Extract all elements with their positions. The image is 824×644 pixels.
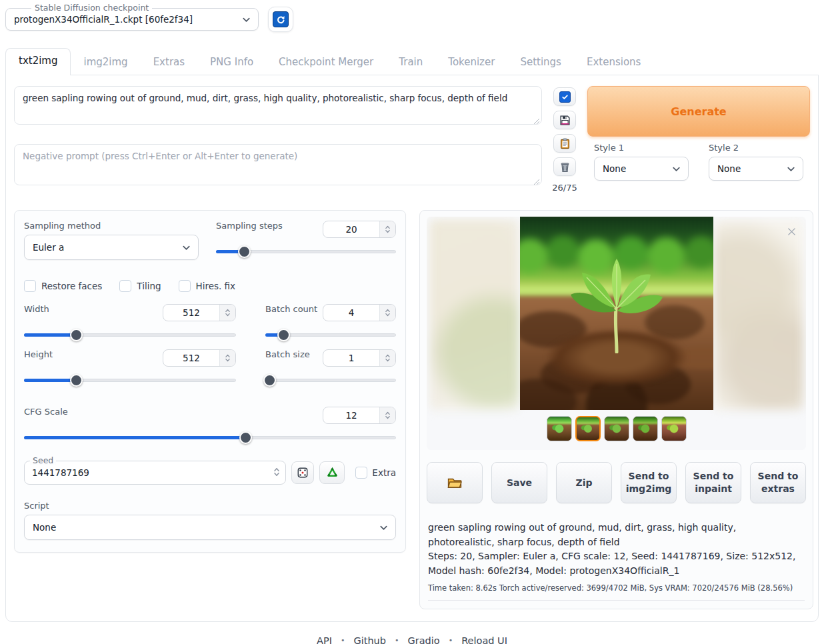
prompt-column: green sapling rowing out of ground, mud,… — [14, 86, 542, 193]
tab-extras[interactable]: Extras — [141, 50, 197, 75]
prompt-input[interactable]: green sapling rowing out of ground, mud,… — [14, 86, 542, 125]
thumbnail-4[interactable] — [633, 416, 658, 441]
sampling-method-dropdown[interactable]: Euler a — [24, 235, 199, 260]
tiling-checkbox[interactable]: Tiling — [119, 280, 161, 292]
trash-icon — [559, 161, 571, 173]
height-label: Height — [24, 349, 53, 359]
apply-style-button[interactable] — [553, 134, 576, 153]
batch-count-slider[interactable] — [265, 329, 396, 341]
tab-extensions[interactable]: Extensions — [574, 50, 653, 75]
footer-link-gradio[interactable]: Gradio — [407, 635, 439, 644]
tab-checkpoint-merger[interactable]: Checkpoint Merger — [266, 50, 386, 75]
interrogate-check-button[interactable] — [553, 87, 576, 106]
style2-label: Style 2 — [709, 143, 803, 153]
generated-image[interactable] — [520, 217, 713, 410]
negative-prompt-input[interactable] — [14, 144, 542, 185]
footer: API • Github • Gradio • Reload UI python… — [0, 635, 824, 644]
spinner-arrows[interactable] — [379, 221, 395, 237]
generation-info-time: Time taken: 8.62s Torch active/reserved:… — [428, 583, 805, 601]
width-slider[interactable] — [24, 329, 236, 341]
spinner-arrows[interactable] — [379, 305, 395, 321]
output-panel: Save Zip Send to img2img Send to inpaint… — [419, 210, 813, 609]
batch-size-label: Batch size — [265, 349, 310, 359]
footer-link-api[interactable]: API — [317, 635, 332, 644]
script-label: Script — [24, 501, 396, 511]
save-button[interactable]: Save — [491, 462, 547, 503]
style1-dropdown[interactable]: None — [594, 157, 689, 181]
chevron-down-icon — [241, 15, 251, 25]
seed-label: Seed — [30, 455, 56, 465]
main-tabs: txt2img img2img Extras PNG Info Checkpoi… — [5, 48, 824, 75]
batch-size-input[interactable]: 1 — [323, 349, 396, 367]
checkpoint-value: protogenX34OfficialR_1.ckpt [60fe2f34] — [14, 14, 241, 25]
sampling-steps-input[interactable]: 20 — [323, 221, 396, 238]
width-label: Width — [24, 304, 49, 314]
thumbnail-3[interactable] — [604, 416, 629, 441]
tab-settings[interactable]: Settings — [507, 50, 574, 75]
spinner-arrows[interactable] — [379, 407, 395, 423]
spinner-arrows[interactable] — [219, 305, 235, 321]
gallery-thumbnails — [547, 416, 687, 441]
width-input[interactable]: 512 — [163, 304, 236, 321]
checkmark-icon — [559, 91, 571, 103]
height-slider[interactable] — [24, 374, 236, 386]
thumbnail-5[interactable] — [661, 416, 687, 441]
header: Stable Diffusion checkpoint protogenX34O… — [0, 0, 824, 32]
tab-train[interactable]: Train — [386, 50, 435, 75]
dice-icon — [297, 467, 309, 479]
sd-webui-app: Stable Diffusion checkpoint protogenX34O… — [0, 0, 824, 644]
checkpoint-label: Stable Diffusion checkpoint — [31, 3, 152, 13]
cfg-scale-input[interactable]: 12 — [323, 407, 396, 424]
script-dropdown[interactable]: None — [24, 515, 396, 540]
tab-img2img[interactable]: img2img — [71, 50, 140, 75]
thumbnail-2-selected[interactable] — [575, 416, 601, 441]
save-style-button[interactable] — [553, 111, 576, 129]
tab-tokenizer[interactable]: Tokenizer — [435, 50, 507, 75]
thumbnail-1[interactable] — [547, 416, 572, 441]
height-input[interactable]: 512 — [163, 349, 236, 367]
style1-label: Style 1 — [594, 143, 689, 153]
random-seed-button[interactable] — [291, 461, 314, 484]
send-to-inpaint-button[interactable]: Send to inpaint — [685, 462, 741, 503]
sampling-steps-label: Sampling steps — [216, 221, 283, 231]
token-counter: 26/75 — [552, 183, 577, 193]
output-actions: Save Zip Send to img2img Send to inpaint… — [427, 462, 806, 503]
send-to-extras-button[interactable]: Send to extras — [750, 462, 806, 503]
batch-size-slider[interactable] — [265, 374, 396, 386]
footer-link-reload-ui[interactable]: Reload UI — [461, 635, 507, 644]
generate-button[interactable]: Generate — [587, 86, 810, 137]
hires-fix-checkbox[interactable]: Hires. fix — [179, 280, 236, 292]
batch-count-input[interactable]: 4 — [323, 304, 396, 321]
open-folder-button[interactable] — [427, 462, 483, 503]
chevron-down-icon — [671, 164, 681, 174]
spinner-arrows[interactable] — [219, 350, 235, 366]
tab-png-info[interactable]: PNG Info — [197, 50, 266, 75]
footer-link-github[interactable]: Github — [353, 635, 386, 644]
clear-prompt-button[interactable] — [553, 157, 576, 176]
result-gallery — [427, 217, 806, 450]
close-icon[interactable] — [784, 224, 799, 239]
cfg-scale-label: CFG Scale — [24, 407, 68, 417]
tab-txt2img[interactable]: txt2img — [5, 48, 71, 75]
zip-button[interactable]: Zip — [556, 462, 612, 503]
sapling-illustration — [560, 253, 673, 353]
sampling-steps-slider[interactable] — [216, 245, 396, 257]
chevron-down-icon — [786, 164, 796, 174]
seed-input[interactable]: Seed 1441787169 — [24, 461, 286, 485]
refresh-checkpoint-button[interactable] — [268, 7, 293, 32]
settings-panel: Sampling method Euler a Sampling steps 2… — [14, 210, 406, 553]
generate-column: Generate Style 1 None Style 2 None — [587, 86, 810, 193]
send-to-img2img-button[interactable]: Send to img2img — [621, 462, 677, 503]
chevron-down-icon — [181, 243, 191, 253]
gallery-blur-left — [429, 219, 519, 410]
restore-faces-checkbox[interactable]: Restore faces — [24, 280, 102, 292]
checkpoint-dropdown[interactable]: Stable Diffusion checkpoint protogenX34O… — [5, 8, 259, 31]
style2-dropdown[interactable]: None — [709, 157, 803, 181]
prompt-tools-column: 26/75 — [553, 86, 577, 193]
spinner-arrows[interactable] — [379, 350, 395, 366]
refresh-icon — [273, 11, 289, 27]
extra-seed-checkbox[interactable]: Extra — [355, 467, 396, 479]
spinner-arrows[interactable] — [273, 467, 280, 479]
cfg-scale-slider[interactable] — [24, 431, 396, 443]
reuse-seed-button[interactable] — [319, 461, 345, 484]
